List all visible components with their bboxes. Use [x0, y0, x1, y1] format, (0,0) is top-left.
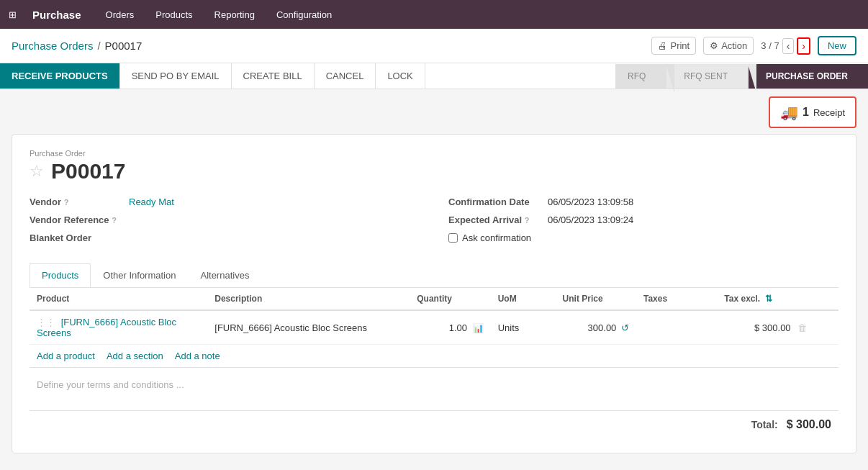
create-bill-button[interactable]: CREATE BILL — [232, 63, 315, 89]
pager-text: 3 / 7 — [761, 40, 779, 51]
form-card: Purchase Order ☆ P00017 Vendor ? Ready M… — [12, 134, 856, 453]
th-description: Description — [207, 288, 410, 310]
cancel-button[interactable]: CANCEL — [315, 63, 376, 89]
vendor-help-icon[interactable]: ? — [64, 198, 69, 207]
row-handle[interactable]: ⋮⋮ — [37, 317, 55, 327]
add-section-link[interactable]: Add a section — [107, 351, 163, 361]
nav-reporting[interactable]: Reporting — [210, 6, 259, 23]
main-content: 🚚 1 Receipt Purchase Order ☆ P00017 Vend… — [0, 89, 868, 464]
nav-orders[interactable]: Orders — [101, 6, 139, 23]
vendor-ref-help-icon[interactable]: ? — [112, 216, 117, 225]
row-uom[interactable]: Units — [491, 310, 556, 345]
breadcrumb-bar: Purchase Orders / P00017 🖨 Print ⚙ Actio… — [0, 29, 868, 63]
truck-icon: 🚚 — [780, 104, 798, 121]
th-taxes: Taxes — [636, 288, 717, 310]
breadcrumb-current: P00017 — [105, 40, 143, 52]
grid-icon[interactable]: ⊞ — [9, 9, 17, 20]
left-fields: Vendor ? Ready Mat Vendor Reference ? Bl… — [30, 196, 420, 250]
breadcrumb: Purchase Orders / P00017 — [12, 40, 142, 52]
add-links: Add a product Add a section Add a note — [30, 345, 838, 367]
th-unit-price: Unit Price — [556, 288, 636, 310]
gear-icon: ⚙ — [710, 40, 718, 51]
lock-button[interactable]: LOCK — [376, 63, 425, 89]
vendor-ref-field: Vendor Reference ? — [30, 214, 420, 225]
right-fields: Confirmation Date 06/05/2023 13:09:58 Ex… — [448, 196, 838, 250]
tabs: Products Other Information Alternatives — [30, 263, 838, 288]
expected-arrival-help-icon[interactable]: ? — [525, 216, 530, 225]
pager: 3 / 7 ‹ › — [761, 37, 810, 55]
status-bar: RFQ RFQ SENT PURCHASE ORDER — [615, 64, 868, 89]
add-product-link[interactable]: Add a product — [37, 351, 95, 361]
vendor-value[interactable]: Ready Mat — [129, 196, 174, 207]
row-quantity: 1.00 📊 — [410, 310, 490, 345]
row-unit-price: 300.00 ↺ — [556, 310, 636, 345]
delete-row-icon[interactable]: 🗑 — [797, 322, 807, 333]
record-type-label: Purchase Order — [30, 149, 838, 158]
vendor-field: Vendor ? Ready Mat — [30, 196, 420, 207]
top-nav: ⊞ Purchase Orders Products Reporting Con… — [0, 0, 868, 29]
app-name[interactable]: Purchase — [32, 9, 81, 21]
expected-arrival-value: 06/05/2023 13:09:24 — [548, 214, 633, 225]
blanket-order-label: Blanket Order — [30, 232, 123, 243]
favorite-star-icon[interactable]: ☆ — [30, 162, 44, 181]
table-header-row: Product Description Quantity UoM Unit Pr… — [30, 288, 838, 310]
chart-icon[interactable]: 📊 — [473, 323, 484, 333]
th-tax-excl: Tax excl. ⇅ — [717, 288, 814, 310]
row-taxes[interactable] — [636, 310, 717, 345]
next-button[interactable]: › — [797, 37, 810, 55]
th-product: Product — [30, 288, 207, 310]
prev-button[interactable]: ‹ — [782, 38, 795, 54]
terms-area[interactable]: Define your terms and conditions ... — [30, 367, 838, 410]
status-rfq[interactable]: RFQ — [615, 64, 666, 89]
action-bar: RECEIVE PRODUCTS SEND PO BY EMAIL CREATE… — [0, 63, 868, 89]
form-fields: Vendor ? Ready Mat Vendor Reference ? Bl… — [30, 196, 838, 250]
total-label: Total: — [751, 419, 778, 430]
expected-arrival-label: Expected Arrival ? — [448, 214, 542, 225]
record-id: P00017 — [51, 159, 125, 184]
breadcrumb-parent[interactable]: Purchase Orders — [12, 40, 93, 52]
blanket-order-field: Blanket Order — [30, 232, 420, 243]
record-title: ☆ P00017 — [30, 159, 838, 184]
row-description[interactable]: [FURN_6666] Acoustic Bloc Screens — [207, 310, 410, 345]
total-row: Total: $ 300.00 — [30, 410, 838, 438]
new-button[interactable]: New — [818, 36, 856, 55]
action-button[interactable]: ⚙ Action — [703, 37, 754, 55]
tab-products[interactable]: Products — [30, 263, 91, 287]
row-tax-excl: $ 300.00 🗑 — [717, 310, 814, 345]
table-row: ⋮⋮ [FURN_6666] Acoustic Bloc Screens [FU… — [30, 310, 838, 345]
tab-other-information[interactable]: Other Information — [91, 263, 188, 287]
th-uom: UoM — [491, 288, 556, 310]
ask-confirmation-checkbox[interactable] — [448, 233, 458, 243]
printer-icon: 🖨 — [658, 40, 667, 51]
confirmation-date-label: Confirmation Date — [448, 196, 542, 207]
nav-configuration[interactable]: Configuration — [272, 6, 336, 23]
tab-alternatives[interactable]: Alternatives — [188, 263, 261, 287]
ask-confirmation-label: Ask confirmation — [462, 232, 531, 243]
confirmation-date-value: 06/05/2023 13:09:58 — [548, 196, 633, 207]
ask-confirmation-field: Ask confirmation — [448, 232, 838, 243]
expected-arrival-field: Expected Arrival ? 06/05/2023 13:09:24 — [448, 214, 838, 225]
print-button[interactable]: 🖨 Print — [651, 37, 696, 55]
sort-icon[interactable]: ⇅ — [765, 294, 772, 304]
status-purchase-order[interactable]: PURCHASE ORDER — [748, 64, 868, 89]
receipt-button[interactable]: 🚚 1 Receipt — [769, 96, 856, 128]
receive-products-button[interactable]: RECEIVE PRODUCTS — [0, 63, 120, 89]
total-value: $ 300.00 — [787, 418, 831, 431]
confirmation-date-field: Confirmation Date 06/05/2023 13:09:58 — [448, 196, 838, 207]
th-quantity: Quantity — [410, 288, 490, 310]
terms-placeholder: Define your terms and conditions ... — [37, 379, 184, 390]
vendor-label: Vendor ? — [30, 196, 123, 207]
products-table: Product Description Quantity UoM Unit Pr… — [30, 288, 838, 345]
status-rfq-sent[interactable]: RFQ SENT — [666, 64, 748, 89]
breadcrumb-actions: 🖨 Print ⚙ Action 3 / 7 ‹ › New — [651, 36, 856, 55]
row-product: ⋮⋮ [FURN_6666] Acoustic Bloc Screens — [30, 310, 207, 345]
vendor-ref-label: Vendor Reference ? — [30, 214, 123, 225]
add-note-link[interactable]: Add a note — [175, 351, 220, 361]
receipt-widget: 🚚 1 Receipt — [12, 96, 856, 128]
breadcrumb-separator: / — [97, 40, 100, 52]
nav-products[interactable]: Products — [151, 6, 196, 23]
reset-icon[interactable]: ↺ — [621, 322, 629, 333]
send-po-by-email-button[interactable]: SEND PO BY EMAIL — [120, 63, 232, 89]
